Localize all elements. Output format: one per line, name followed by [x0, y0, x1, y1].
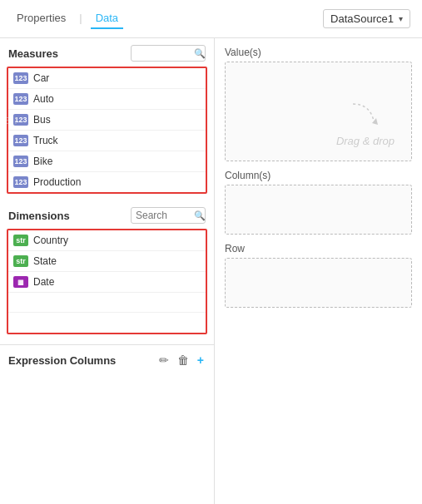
measures-field-list: 123 Car 123 Auto ⋮⋮ 123 Bus 123 Truck 12…	[7, 67, 207, 194]
dimensions-field-list: str Country str State ▦ Date	[7, 229, 207, 334]
row-label: Row	[225, 243, 412, 254]
values-section: Value(s) Drag & drop	[225, 47, 412, 161]
drag-drop-hint: Drag & drop	[336, 100, 395, 147]
columns-label: Column(s)	[225, 170, 412, 181]
tab-divider: |	[79, 8, 82, 29]
row-drop-area[interactable]	[225, 258, 412, 308]
measure-item-auto[interactable]: 123 Auto	[8, 89, 206, 110]
dimensions-search-input[interactable]	[136, 210, 194, 221]
measure-name-bus: Bus	[33, 114, 51, 126]
dimension-item-country[interactable]: str Country	[8, 230, 206, 251]
measure-badge-auto: 123	[13, 93, 28, 105]
tab-properties[interactable]: Properties	[12, 8, 71, 29]
dimension-empty-1	[8, 293, 206, 313]
expression-columns-icons: ✏ 🗑 +	[157, 352, 206, 368]
values-drop-area[interactable]: Drag & drop	[225, 62, 412, 161]
drag-drop-text: Drag & drop	[336, 135, 395, 147]
measures-search-box[interactable]: 🔍	[131, 45, 206, 62]
measure-name-auto: Auto	[33, 93, 54, 105]
dimension-item-date[interactable]: ▦ Date	[8, 272, 206, 293]
dimensions-section-header: Dimensions 🔍	[0, 200, 214, 227]
dimension-badge-country: str	[13, 235, 28, 246]
dimension-empty-2	[8, 313, 206, 333]
measure-badge-bike: 123	[13, 156, 28, 167]
measure-name-car: Car	[33, 72, 49, 84]
measure-item-bike[interactable]: 123 Bike	[8, 151, 206, 172]
left-panel: Measures 🔍 123 Car 123 Auto ⋮⋮ 123 Bus	[0, 38, 215, 504]
measure-item-truck[interactable]: 123 Truck	[8, 131, 206, 151]
right-panel: Value(s) Drag & drop Column(s) Row	[215, 38, 422, 504]
add-icon[interactable]: +	[196, 352, 206, 368]
expression-columns-label: Expression Columns	[8, 354, 157, 367]
chevron-down-icon: ▾	[399, 14, 403, 23]
measure-item-bus[interactable]: ⋮⋮ 123 Bus	[8, 110, 206, 131]
dimensions-label: Dimensions	[8, 210, 70, 222]
drag-handle-icon: ⋮⋮	[3, 116, 20, 125]
main-layout: Measures 🔍 123 Car 123 Auto ⋮⋮ 123 Bus	[0, 38, 422, 504]
datasource-label: DataSource1	[330, 12, 394, 25]
measures-search-input[interactable]	[136, 47, 194, 59]
dimension-name-state: State	[33, 255, 57, 267]
row-section: Row	[225, 243, 412, 308]
header: Properties | Data DataSource1 ▾	[0, 0, 422, 38]
measure-badge-truck: 123	[13, 135, 28, 146]
columns-section: Column(s)	[225, 170, 412, 235]
delete-icon[interactable]: 🗑	[176, 352, 191, 368]
values-label: Value(s)	[225, 47, 412, 58]
expression-columns-section: Expression Columns ✏ 🗑 +	[0, 344, 214, 375]
header-tabs: Properties | Data	[12, 8, 323, 29]
dimension-badge-state: str	[13, 255, 28, 267]
dimensions-search-box[interactable]: 🔍	[131, 207, 206, 224]
search-icon-dim: 🔍	[194, 210, 206, 221]
dimension-badge-date: ▦	[13, 276, 28, 288]
svg-marker-0	[372, 118, 378, 125]
measure-badge-car: 123	[13, 72, 28, 84]
dimension-item-state[interactable]: str State	[8, 251, 206, 272]
datasource-dropdown[interactable]: DataSource1 ▾	[323, 9, 410, 28]
measure-badge-production: 123	[13, 176, 28, 188]
measure-item-car[interactable]: 123 Car	[8, 68, 206, 89]
columns-drop-area[interactable]	[225, 185, 412, 235]
tab-data[interactable]: Data	[91, 8, 123, 29]
drag-drop-arrow	[345, 100, 386, 133]
edit-icon[interactable]: ✏	[157, 352, 171, 368]
measures-label: Measures	[8, 47, 58, 60]
measure-item-production[interactable]: 123 Production	[8, 172, 206, 192]
dimension-name-date: Date	[33, 276, 54, 288]
measure-name-production: Production	[33, 176, 81, 188]
search-icon: 🔍	[194, 48, 206, 59]
measure-name-truck: Truck	[33, 135, 58, 146]
dimension-name-country: Country	[33, 235, 68, 246]
measure-name-bike: Bike	[33, 156, 52, 167]
measures-section-header: Measures 🔍	[0, 38, 214, 65]
